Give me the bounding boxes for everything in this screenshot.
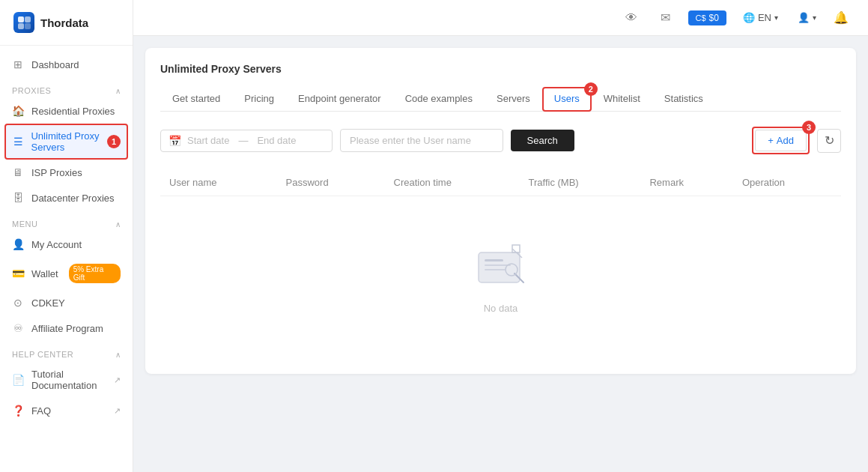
sidebar-item-cdkey[interactable]: ⊙ CDKEY	[0, 290, 133, 315]
sidebar-item-label: FAQ	[31, 405, 51, 417]
add-user-button[interactable]: + Add	[755, 130, 807, 151]
sidebar-item-tutorial[interactable]: 📄 Tutorial Documentation ↗	[0, 362, 133, 398]
sidebar-item-label: Unlimited Proxy Servers	[31, 130, 119, 153]
sidebar-item-label: Tutorial Documentation	[31, 369, 106, 391]
sidebar-item-isp[interactable]: 🖥 ISP Proxies	[0, 160, 133, 185]
tab-get-started[interactable]: Get started	[160, 87, 232, 112]
dashboard-icon: ⊞	[12, 58, 24, 70]
datacenter-icon: 🗄	[12, 192, 24, 204]
sidebar-nav: ⊞ Dashboard PROXIES ∧ 🏠 Residential Prox…	[0, 46, 133, 472]
notification-button[interactable]: 🔔	[829, 6, 853, 30]
section-label-text: MENU	[12, 220, 37, 229]
col-username: User name	[160, 169, 277, 196]
svg-rect-3	[25, 23, 31, 29]
date-range-picker[interactable]: 📅 Start date — End date	[160, 130, 333, 152]
balance-icon: C$	[696, 13, 706, 22]
mail-icon-btn[interactable]: ✉	[654, 6, 678, 30]
username-search-wrap	[340, 129, 503, 152]
eye-icon-btn[interactable]: 👁	[619, 6, 643, 30]
col-traffic: Traffic (MB)	[520, 169, 641, 196]
search-toolbar: 📅 Start date — End date Search + Add 3	[160, 127, 841, 154]
sidebar-item-myaccount[interactable]: 👤 My Account	[0, 232, 133, 257]
add-label: Add	[777, 135, 794, 146]
tab-endpoint-gen[interactable]: Endpoint generator	[286, 87, 393, 112]
sidebar-item-label: Residential Proxies	[31, 106, 115, 117]
svg-rect-0	[18, 16, 24, 22]
tab-whitelist[interactable]: Whitelist	[592, 87, 652, 112]
svg-marker-9	[512, 245, 520, 252]
page-title: Unlimited Proxy Servers	[160, 63, 841, 75]
date-end-placeholder: End date	[257, 135, 296, 146]
globe-icon: 🌐	[743, 12, 755, 23]
tutorial-icon: 📄	[12, 374, 24, 386]
col-operation: Operation	[733, 169, 841, 196]
sidebar-item-faq[interactable]: ❓ FAQ ↗	[0, 398, 133, 423]
sidebar-item-datacenter[interactable]: 🗄 Datacenter Proxies	[0, 185, 133, 211]
sidebar-item-affiliate[interactable]: ♾ Affiliate Program	[0, 315, 133, 341]
add-button-wrap: + Add 3	[752, 127, 810, 154]
tab-label: Pricing	[244, 93, 274, 104]
sidebar-item-residential[interactable]: 🏠 Residential Proxies	[0, 98, 133, 124]
svg-rect-2	[18, 23, 24, 29]
sidebar: Thordata ⊞ Dashboard PROXIES ∧ 🏠 Residen…	[0, 0, 133, 472]
language-button[interactable]: 🌐 EN ▾	[737, 9, 784, 26]
svg-rect-7	[485, 269, 506, 270]
sidebar-item-label: Dashboard	[31, 59, 79, 70]
tab-statistics[interactable]: Statistics	[652, 87, 715, 112]
logo-icon	[13, 12, 34, 33]
col-creation-time: Creation time	[385, 169, 520, 196]
refresh-icon: ↻	[825, 133, 834, 148]
search-button[interactable]: Search	[511, 130, 574, 151]
user-menu-button[interactable]: 👤 ▾	[795, 6, 819, 30]
users-table: User name Password Creation time Traffic…	[160, 169, 841, 196]
plus-icon: +	[768, 135, 774, 146]
balance-button[interactable]: C$ $0	[688, 10, 726, 25]
svg-rect-5	[485, 259, 503, 261]
col-password: Password	[277, 169, 385, 196]
tab-label: Endpoint generator	[298, 93, 381, 104]
tab-code-examples[interactable]: Code examples	[393, 87, 485, 112]
refresh-button[interactable]: ↻	[817, 129, 841, 153]
section-label-text: HELP CENTER	[12, 350, 73, 359]
step-3-badge: 3	[802, 121, 816, 134]
tab-servers[interactable]: Servers	[485, 87, 542, 112]
sidebar-item-wallet[interactable]: 💳 Wallet 5% Extra Gift	[0, 257, 133, 290]
svg-rect-1	[25, 16, 31, 22]
chevron-up-icon: ∧	[115, 87, 121, 95]
date-start-placeholder: Start date	[187, 135, 229, 146]
section-label-text: PROXIES	[12, 86, 51, 95]
section-menu: MENU ∧	[0, 211, 133, 232]
sidebar-item-dashboard[interactable]: ⊞ Dashboard	[0, 52, 133, 77]
isp-icon: 🖥	[12, 166, 24, 178]
sidebar-item-label: Wallet	[31, 268, 58, 279]
external-link-icon: ↗	[114, 375, 121, 385]
tab-pricing[interactable]: Pricing	[232, 87, 286, 112]
residential-icon: 🏠	[12, 105, 24, 117]
tab-label: Servers	[497, 93, 530, 104]
tab-label: Code examples	[405, 93, 473, 104]
sidebar-item-label: ISP Proxies	[31, 167, 82, 178]
chevron-down-icon: ▾	[813, 13, 816, 22]
chevron-up-icon: ∧	[115, 220, 121, 229]
sidebar-item-label: Affiliate Program	[31, 323, 103, 334]
username-search-input[interactable]	[340, 129, 503, 152]
unlimited-icon: ☰	[13, 136, 23, 148]
affiliate-icon: ♾	[12, 322, 24, 334]
tab-label: Users	[554, 93, 580, 104]
calendar-icon: 📅	[169, 135, 181, 147]
sidebar-item-label: Datacenter Proxies	[31, 193, 115, 204]
balance-value: $0	[709, 13, 719, 23]
logo-text: Thordata	[40, 16, 88, 29]
sidebar-item-label: CDKEY	[31, 297, 65, 309]
external-link-icon: ↗	[114, 406, 121, 416]
tab-bar: Get started Pricing Endpoint generator C…	[160, 87, 841, 112]
section-help: HELP CENTER ∧	[0, 341, 133, 362]
tab-users[interactable]: Users 2	[542, 87, 592, 112]
logo-area: Thordata	[0, 0, 133, 46]
sidebar-item-unlimited[interactable]: ☰ Unlimited Proxy Servers 1	[4, 124, 128, 160]
table-header: User name Password Creation time Traffic…	[160, 169, 841, 196]
chevron-down-icon: ▾	[774, 13, 778, 22]
content-area: Unlimited Proxy Servers Get started Pric…	[133, 36, 868, 472]
section-proxies: PROXIES ∧	[0, 77, 133, 98]
chevron-up-icon: ∧	[115, 351, 121, 359]
